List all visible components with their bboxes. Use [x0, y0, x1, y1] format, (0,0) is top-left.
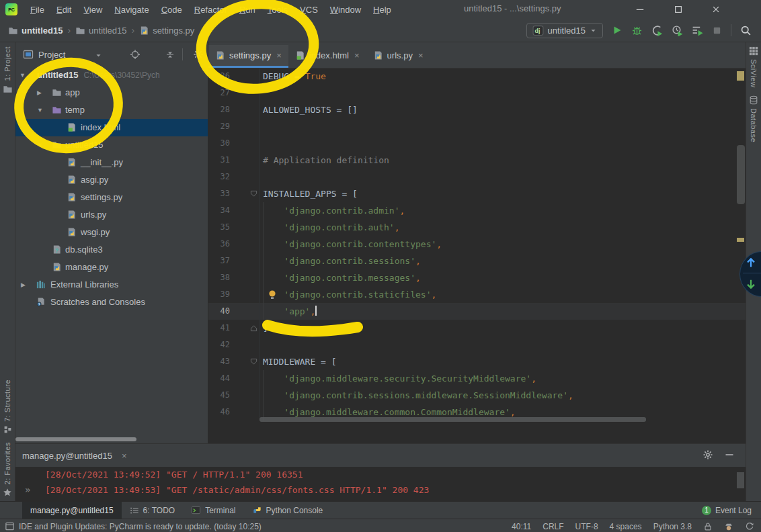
fold-marker-icon[interactable]	[250, 358, 257, 365]
menu-tools[interactable]: Tools	[262, 5, 294, 15]
tab-index-html[interactable]: index.html×	[288, 45, 366, 68]
locate-file-icon[interactable]	[130, 49, 141, 60]
menu-edit[interactable]: Edit	[50, 5, 77, 15]
code-line-40[interactable]: 40 'app',	[208, 303, 746, 320]
code-line-37[interactable]: 37 'django.contrib.sessions',	[208, 253, 746, 269]
chevron-down-icon[interactable]: ▼	[37, 136, 43, 154]
tool-window-button-database[interactable]: Database	[749, 91, 758, 146]
tree-item-temp[interactable]: ▼temp	[15, 101, 208, 119]
panel-settings-icon[interactable]	[193, 49, 204, 60]
tree-item-manage-py[interactable]: manage.py	[15, 259, 208, 276]
tool-window-button-manage-py-untitled15[interactable]: manage.py@untitled15	[22, 502, 122, 519]
code-line-39[interactable]: 39 'django.contrib.staticfiles',	[208, 286, 746, 303]
chevron-right-icon[interactable]: ▶	[21, 276, 26, 294]
tree-item-asgi-py[interactable]: asgi.py	[15, 171, 208, 189]
project-panel-hscrollbar[interactable]	[15, 437, 136, 441]
editor-vscrollbar[interactable]	[737, 145, 745, 204]
sync-icon[interactable]	[745, 522, 754, 531]
caret-position[interactable]: 40:11	[512, 522, 531, 531]
tool-window-button-terminal[interactable]: Terminal	[183, 502, 243, 519]
chevron-down-icon[interactable]: ▼	[19, 66, 26, 84]
run-configuration-select[interactable]: dj untitled15	[526, 23, 603, 38]
breadcrumb-item-settings-py[interactable]: settings.py	[138, 26, 196, 36]
status-message[interactable]: IDE and Plugin Updates: PyCharm is ready…	[19, 522, 262, 531]
code-line-29[interactable]: 29	[208, 118, 746, 135]
run-tab-label[interactable]: manage.py@untitled15	[22, 451, 112, 461]
event-log-button[interactable]: 1 Event Log	[702, 506, 752, 515]
menu-navigate[interactable]: Navigate	[108, 5, 155, 15]
tree-item-urls-py[interactable]: urls.py	[15, 206, 208, 224]
run-with-coverage-button[interactable]	[651, 25, 663, 36]
collapse-all-icon[interactable]	[165, 49, 175, 60]
line-separator[interactable]: CRLF	[543, 522, 563, 531]
tree-item-scratches-and-consoles[interactable]: Scratches and Consoles	[15, 294, 208, 311]
close-icon[interactable]: ×	[276, 50, 282, 60]
menu-refactor[interactable]: Refactor	[188, 5, 233, 15]
code-line-36[interactable]: 36 'django.contrib.contenttypes',	[208, 236, 746, 253]
file-encoding[interactable]: UTF-8	[575, 522, 598, 531]
window-close-icon[interactable]	[710, 3, 722, 15]
debug-button[interactable]	[631, 25, 643, 36]
arrow-up-icon[interactable]	[744, 256, 758, 269]
tool-window-button-6-todo[interactable]: 6: TODO	[122, 502, 184, 519]
code-line-26[interactable]: 26DEBUG = True	[208, 68, 746, 85]
menu-code[interactable]: Code	[155, 5, 188, 15]
code-line-45[interactable]: 45 'django.contrib.sessions.middleware.S…	[208, 387, 746, 404]
menu-window[interactable]: Window	[324, 5, 367, 15]
tool-window-button-1-project[interactable]: 1: Project	[3, 42, 13, 98]
tree-item-db-sqlite3[interactable]: ?db.sqlite3	[15, 241, 208, 259]
concurrency-diagram-button[interactable]	[692, 25, 703, 36]
menu-run[interactable]: Run	[233, 5, 262, 15]
stop-button[interactable]	[712, 26, 722, 36]
tool-window-button-python-console[interactable]: Python Console	[244, 502, 331, 519]
tree-item-index-html[interactable]: index.html	[15, 119, 208, 136]
toolwindow-toggle-icon[interactable]	[5, 521, 15, 531]
tool-window-button-2-favorites[interactable]: 2: Favorites	[3, 438, 12, 501]
run-console[interactable]: » [28/Oct/2021 13:49:52] "GET / HTTP/1.1…	[15, 467, 746, 501]
code-line-41[interactable]: 41]	[208, 320, 746, 337]
code-line-43[interactable]: 43MIDDLEWARE = [	[208, 353, 746, 370]
tree-item-init-py[interactable]: __init__.py	[15, 154, 208, 171]
tab-urls-py[interactable]: urls.py×	[366, 45, 430, 68]
code-line-44[interactable]: 44 'django.middleware.security.SecurityM…	[208, 370, 746, 387]
chevron-down-icon[interactable]	[95, 52, 102, 59]
code-line-28[interactable]: 28ALLOWED_HOSTS = []	[208, 101, 746, 118]
breadcrumb-item-untitled15[interactable]: untitled15	[7, 26, 64, 36]
console-scroll-indicator[interactable]: »	[25, 484, 30, 495]
code-line-27[interactable]: 27	[208, 85, 746, 101]
profiler-button[interactable]	[672, 25, 683, 36]
indent-setting[interactable]: 4 spaces	[610, 522, 642, 531]
code-line-32[interactable]: 32	[208, 169, 746, 185]
fold-marker-icon[interactable]	[250, 324, 257, 332]
code-line-30[interactable]: 30	[208, 135, 746, 152]
code-area[interactable]: 26DEBUG = True2728ALLOWED_HOSTS = []2930…	[208, 68, 746, 443]
window-maximize-icon[interactable]	[672, 3, 684, 15]
highlighting-level-icon[interactable]	[724, 522, 733, 531]
close-icon[interactable]: ×	[122, 451, 127, 461]
code-line-33[interactable]: 33INSTALLED_APPS = [	[208, 185, 746, 202]
editor-hscrollbar[interactable]	[259, 417, 646, 422]
tree-item-untitled15[interactable]: ▼untitled15	[15, 136, 208, 154]
tree-item-app[interactable]: ▶app	[15, 84, 208, 101]
hide-panel-icon[interactable]	[724, 449, 735, 460]
run-button[interactable]	[612, 25, 623, 36]
window-minimize-icon[interactable]	[634, 3, 646, 15]
tab-settings-py[interactable]: settings.py×	[208, 45, 288, 68]
menu-help[interactable]: Help	[367, 5, 397, 15]
tree-item-untitled15[interactable]: ▼untitled15C:\Users\30452\Pych	[15, 66, 208, 84]
run-panel-settings-icon[interactable]	[703, 449, 713, 460]
chevron-down-icon[interactable]: ▼	[37, 101, 43, 119]
code-line-31[interactable]: 31# Application definition	[208, 152, 746, 169]
menu-file[interactable]: File	[24, 5, 50, 15]
code-line-42[interactable]: 42	[208, 337, 746, 353]
tool-window-button-sciview[interactable]: SciView	[749, 42, 758, 91]
project-view-selector[interactable]: Project	[38, 50, 65, 60]
tree-item-wsgi-py[interactable]: wsgi.py	[15, 224, 208, 241]
chevron-right-icon[interactable]: ▶	[37, 84, 42, 101]
console-vscrollbar[interactable]	[737, 472, 744, 488]
fold-marker-icon[interactable]	[250, 190, 257, 197]
code-line-38[interactable]: 38 'django.contrib.messages',	[208, 269, 746, 286]
tree-item-external-libraries[interactable]: ▶External Libraries	[15, 276, 208, 294]
tree-item-settings-py[interactable]: settings.py	[15, 189, 208, 206]
code-line-35[interactable]: 35 'django.contrib.auth',	[208, 219, 746, 236]
